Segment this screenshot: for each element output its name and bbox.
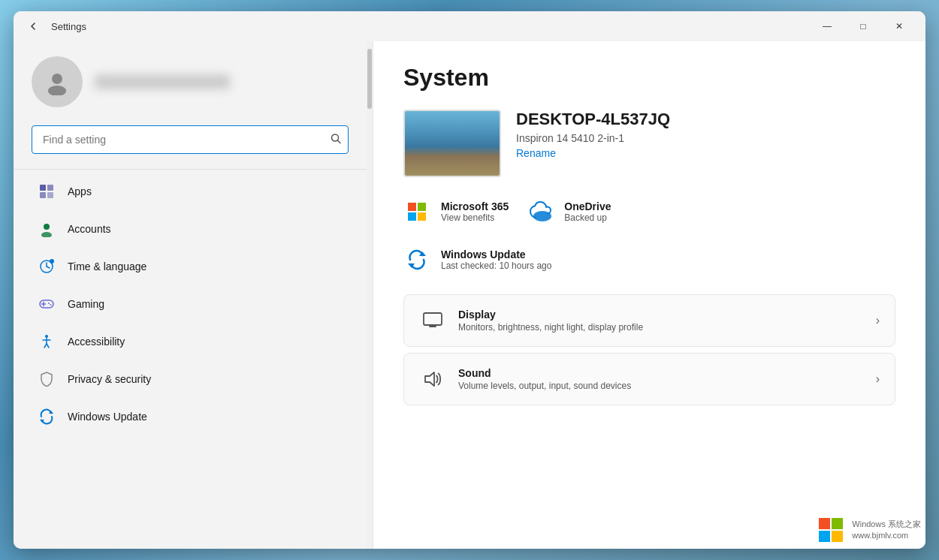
search-button[interactable]	[331, 134, 341, 146]
display-card[interactable]: Display Monitors, brightness, night ligh…	[403, 294, 895, 347]
svg-point-26	[533, 211, 551, 221]
svg-rect-5	[47, 185, 53, 191]
ms-sq-blue	[408, 212, 416, 221]
device-name: DESKTOP-4L537JQ	[516, 110, 670, 129]
search-container	[32, 125, 349, 154]
ms-sq-green	[418, 203, 426, 211]
sidebar-item-gaming[interactable]: Gaming	[20, 286, 361, 322]
svg-point-1	[48, 86, 66, 95]
user-profile[interactable]	[14, 41, 367, 119]
svg-rect-6	[40, 192, 46, 198]
ms-sq-yellow	[418, 212, 426, 221]
sidebar-item-accessibility[interactable]: Accessibility	[20, 324, 361, 360]
display-icon	[419, 307, 446, 334]
accounts-label: Accounts	[68, 223, 111, 235]
svg-rect-36	[832, 531, 843, 542]
quick-links: Microsoft 365 View benefits OneDrive	[403, 198, 895, 225]
sound-subtitle: Volume levels, output, input, sound devi…	[458, 381, 876, 391]
gaming-label: Gaming	[68, 298, 104, 310]
display-title: Display	[458, 309, 876, 321]
display-chevron-icon: ›	[876, 314, 880, 327]
quick-link-microsoft365[interactable]: Microsoft 365 View benefits	[403, 198, 509, 225]
sound-title: Sound	[458, 367, 876, 379]
speaker-icon	[422, 369, 443, 389]
avatar	[32, 56, 83, 107]
rename-link[interactable]: Rename	[516, 147, 670, 159]
watermark-text: Windows 系统之家 www.bjmlv.com	[852, 519, 921, 542]
svg-rect-29	[424, 313, 442, 325]
display-text: Display Monitors, brightness, night ligh…	[458, 309, 876, 333]
sidebar: Apps Accounts	[14, 41, 367, 549]
window-title: Settings	[51, 21, 86, 32]
microsoft365-icon	[403, 198, 430, 225]
onedrive-icon	[527, 198, 554, 225]
microsoft365-text: Microsoft 365 View benefits	[441, 200, 509, 223]
sound-chevron-icon: ›	[876, 372, 880, 386]
svg-line-23	[47, 344, 49, 348]
svg-point-0	[52, 74, 62, 84]
search-input[interactable]	[32, 125, 349, 154]
svg-line-22	[44, 344, 47, 348]
sound-card[interactable]: Sound Volume levels, output, input, soun…	[403, 353, 895, 405]
svg-line-3	[338, 140, 341, 143]
scrollbar-thumb[interactable]	[367, 49, 372, 109]
watermark: Windows 系统之家 www.bjmlv.com	[816, 515, 921, 545]
back-button[interactable]	[23, 16, 44, 37]
gaming-icon	[38, 295, 56, 313]
title-bar-left: Settings	[23, 16, 810, 37]
minimize-button[interactable]: —	[810, 14, 844, 38]
sidebar-item-apps[interactable]: Apps	[20, 173, 361, 209]
sync-icon	[406, 249, 427, 270]
windows-update-subtitle: Last checked: 10 hours ago	[441, 260, 551, 271]
windows-update-icon	[403, 246, 430, 273]
content-area: Apps Accounts	[14, 41, 925, 549]
scrollbar-track[interactable]	[367, 41, 373, 549]
monitor-icon	[422, 312, 443, 330]
device-card: DESKTOP-4L537JQ Inspiron 14 5410 2-in-1 …	[403, 110, 895, 177]
windows-update-label: Windows Update	[68, 411, 147, 423]
accounts-icon	[38, 220, 56, 238]
update-text: Windows Update Last checked: 10 hours ag…	[441, 248, 551, 271]
display-subtitle: Monitors, brightness, night light, displ…	[458, 322, 876, 333]
maximize-button[interactable]: □	[846, 14, 880, 38]
svg-point-18	[50, 304, 52, 306]
sound-text: Sound Volume levels, output, input, soun…	[458, 367, 876, 391]
person-icon	[44, 68, 71, 95]
svg-rect-7	[47, 192, 53, 198]
device-image-inner	[405, 111, 500, 176]
sidebar-item-windows-update[interactable]: Windows Update	[20, 399, 361, 435]
privacy-security-label: Privacy & security	[68, 373, 151, 385]
title-bar: Settings — □ ✕	[14, 11, 925, 41]
sidebar-item-time-language[interactable]: Time & language	[20, 248, 361, 285]
onedrive-title: OneDrive	[564, 200, 611, 212]
device-info: DESKTOP-4L537JQ Inspiron 14 5410 2-in-1 …	[516, 110, 670, 159]
svg-point-17	[48, 303, 50, 304]
onedrive-text: OneDrive Backed up	[564, 200, 611, 223]
svg-point-13	[50, 259, 54, 263]
user-name-blurred	[95, 74, 230, 89]
watermark-line2: www.bjmlv.com	[852, 530, 921, 541]
close-button[interactable]: ✕	[882, 14, 916, 38]
svg-point-8	[44, 224, 50, 230]
sidebar-item-accounts[interactable]: Accounts	[20, 211, 361, 247]
settings-window: Settings — □ ✕	[14, 11, 925, 549]
device-image	[403, 110, 501, 177]
sidebar-divider	[14, 169, 367, 170]
microsoft365-title: Microsoft 365	[441, 200, 509, 212]
svg-line-12	[47, 266, 50, 268]
sidebar-item-privacy-security[interactable]: Privacy & security	[20, 361, 361, 397]
privacy-icon	[38, 370, 56, 388]
apps-icon	[38, 182, 56, 200]
onedrive-cloud-icon	[527, 201, 553, 222]
windows-update-row[interactable]: Windows Update Last checked: 10 hours ag…	[403, 246, 895, 273]
quick-link-onedrive[interactable]: OneDrive Backed up	[527, 198, 611, 225]
svg-point-9	[41, 232, 52, 237]
main-content: System DESKTOP-4L537JQ Inspiron 14 5410 …	[373, 41, 925, 549]
update-icon	[38, 408, 56, 426]
accessibility-label: Accessibility	[68, 336, 125, 348]
watermark-line1: Windows 系统之家	[852, 519, 921, 530]
ms-logo	[408, 203, 426, 221]
windows-update-title: Windows Update	[441, 248, 551, 260]
time-language-label: Time & language	[68, 260, 146, 272]
svg-rect-33	[819, 518, 830, 529]
